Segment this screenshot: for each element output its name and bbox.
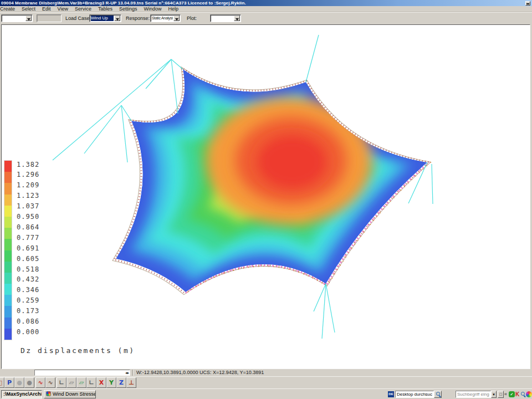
legend-color-swatch xyxy=(4,250,12,262)
legend-color-swatch xyxy=(4,161,12,172)
menu-edit[interactable]: Edit xyxy=(39,6,54,12)
main-toolbar: Load Case: Wind Up Response: Static Anal… xyxy=(0,12,532,24)
window-minimize-button[interactable] xyxy=(525,1,530,6)
tray-overflow-chevron[interactable]: « xyxy=(503,391,509,397)
taskbar-button-paint-label: Wind Down Stresses - Paint xyxy=(53,391,96,397)
menu-tables[interactable]: Tables xyxy=(95,6,116,12)
desktop-search-badge[interactable]: DE xyxy=(388,391,394,397)
legend-value-label: 0.432 xyxy=(17,276,39,283)
search-term-input[interactable] xyxy=(456,391,491,398)
ucs-tripod-button[interactable]: ⊥ xyxy=(126,377,136,388)
legend-color-swatch xyxy=(4,329,12,340)
legend-value-label: 0.086 xyxy=(17,318,39,325)
title-bar: 09004 Membrane Dilsberg\Mem.Var3b+Bracin… xyxy=(0,0,532,6)
legend-value-label: 0.000 xyxy=(17,329,39,336)
plane-green-button[interactable]: ▱ xyxy=(76,377,86,388)
z-axis-button[interactable]: Z xyxy=(116,377,126,388)
legend-color-swatch xyxy=(4,318,12,329)
legend-value-label: 1.296 xyxy=(17,171,39,178)
menu-view[interactable]: View xyxy=(54,6,71,12)
legend-color-swatch xyxy=(4,217,12,228)
membrane-surface xyxy=(116,69,427,292)
menu-service[interactable]: Service xyxy=(71,6,95,12)
menu-create[interactable]: Create xyxy=(0,6,18,12)
sphere-dark-button[interactable]: ● xyxy=(24,377,34,388)
selection-combo[interactable] xyxy=(1,14,33,22)
legend-color-swatch xyxy=(4,183,12,194)
legend-value-label: 0.691 xyxy=(17,245,39,252)
color-pattern-button[interactable]: ◧ xyxy=(0,377,4,388)
menu-settings[interactable]: Settings xyxy=(116,6,141,12)
taskbar-button-paint[interactable]: Wind Down Stresses - Paint xyxy=(44,390,96,398)
legend-value-label: 0.346 xyxy=(17,287,39,294)
legend-value-label: 1.123 xyxy=(17,192,39,200)
pan-slider[interactable]: ◂▸ xyxy=(34,370,130,376)
legend-color-bar xyxy=(4,161,12,340)
legend-color-swatch xyxy=(4,239,12,250)
desktop-search-button[interactable] xyxy=(434,391,442,398)
load-case-combo[interactable]: Wind Up xyxy=(89,14,121,22)
status-bar: ◂▸ W:-12.9428,10.3891,0.0000 UCS: X=12.9… xyxy=(0,369,532,376)
legend-value-label: 0.259 xyxy=(17,297,39,304)
legend-color-swatch xyxy=(4,172,12,183)
legend-value-label: 0.173 xyxy=(17,308,39,315)
legend-color-swatch xyxy=(4,295,12,306)
legend-color-swatch xyxy=(4,273,12,284)
magnifier-icon xyxy=(521,392,525,396)
x-axis-button[interactable]: X xyxy=(96,377,106,388)
spline-nodes-button[interactable]: ∿ xyxy=(35,377,45,388)
taskbar-button-explorer[interactable]: :\MaxSync\Archiv\A... xyxy=(1,390,42,398)
windows-taskbar: :\MaxSync\Archiv\A... Wind Down Stresses… xyxy=(0,388,532,399)
response-combo[interactable]: Static Analysis Re xyxy=(150,14,181,22)
dropdown-arrow-icon[interactable] xyxy=(25,16,32,21)
spline-edit-button[interactable]: ∿ xyxy=(45,377,55,388)
paint-icon xyxy=(46,391,51,396)
tray-colorwheel-icon[interactable] xyxy=(526,391,532,397)
drawing-canvas[interactable]: 1.3821.2961.2091.1231.0370.9500.8640.777… xyxy=(1,24,530,369)
plane-quad-button[interactable]: ▱ xyxy=(66,377,76,388)
plot-combo[interactable] xyxy=(210,14,241,22)
snap-toolbar: ◧P●●∿∿∟▱▱∟XYZ⊥ xyxy=(0,376,532,388)
legend-value-label: 0.518 xyxy=(17,266,39,273)
membrane-contour-plot[interactable] xyxy=(2,25,530,369)
legend-value-label: 1.209 xyxy=(17,182,39,189)
image-p-button[interactable]: P xyxy=(4,377,14,388)
desktop: { "window": { "title": "09004 Membrane D… xyxy=(0,0,532,399)
menu-window[interactable]: Window xyxy=(140,6,165,12)
y-axis-button[interactable]: Y xyxy=(106,377,116,388)
coordinate-readout: W:-12.9428,10.3891,0.0000 UCS: X=12.9428… xyxy=(136,370,264,376)
selection-combo-value xyxy=(3,16,25,21)
plot-combo-value xyxy=(212,16,233,21)
dropdown-arrow-icon[interactable] xyxy=(173,16,180,21)
legend-value-label: 0.605 xyxy=(17,255,39,263)
legend-color-swatch xyxy=(4,228,12,239)
legend-value-label: 1.382 xyxy=(17,161,39,168)
legend-value-label: 0.777 xyxy=(17,234,39,242)
response-value: Static Analysis Re xyxy=(152,16,173,21)
dropdown-arrow-icon[interactable] xyxy=(234,16,240,21)
legend-color-swatch xyxy=(4,284,12,295)
legend-color-swatch xyxy=(4,206,12,217)
magnifier-icon xyxy=(436,392,440,396)
axis-corner2-button[interactable]: ∟ xyxy=(86,377,96,388)
legend-value-label: 0.864 xyxy=(17,224,39,231)
menu-help[interactable]: Help xyxy=(165,6,182,12)
menu-bar: CreateSelectEditViewServiceTablesSetting… xyxy=(0,6,532,12)
legend-value-label: 0.950 xyxy=(17,213,39,221)
response-label: Response: xyxy=(126,16,150,21)
load-case-value: Wind Up xyxy=(91,16,114,21)
window-title: 09004 Membrane Dilsberg\Mem.Var3b+Bracin… xyxy=(0,0,532,6)
tray-search-icon[interactable] xyxy=(520,391,526,397)
status-divider xyxy=(132,370,133,376)
readonly-field xyxy=(37,14,62,22)
sphere-light-button[interactable]: ● xyxy=(14,377,24,388)
legend-value-label: 1.037 xyxy=(17,203,39,210)
search-dropdown-button[interactable]: ▾ xyxy=(491,391,497,398)
axis-corner-button[interactable]: ∟ xyxy=(57,377,66,388)
menu-select[interactable]: Select xyxy=(18,6,39,12)
dropdown-arrow-icon[interactable] xyxy=(114,16,120,21)
plot-title: Dz displacements (m) xyxy=(21,346,135,355)
desktop-search-input[interactable] xyxy=(395,391,434,398)
load-case-label: Load Case: xyxy=(65,16,91,21)
slider-arrows-icon[interactable]: ◂▸ xyxy=(125,370,129,375)
